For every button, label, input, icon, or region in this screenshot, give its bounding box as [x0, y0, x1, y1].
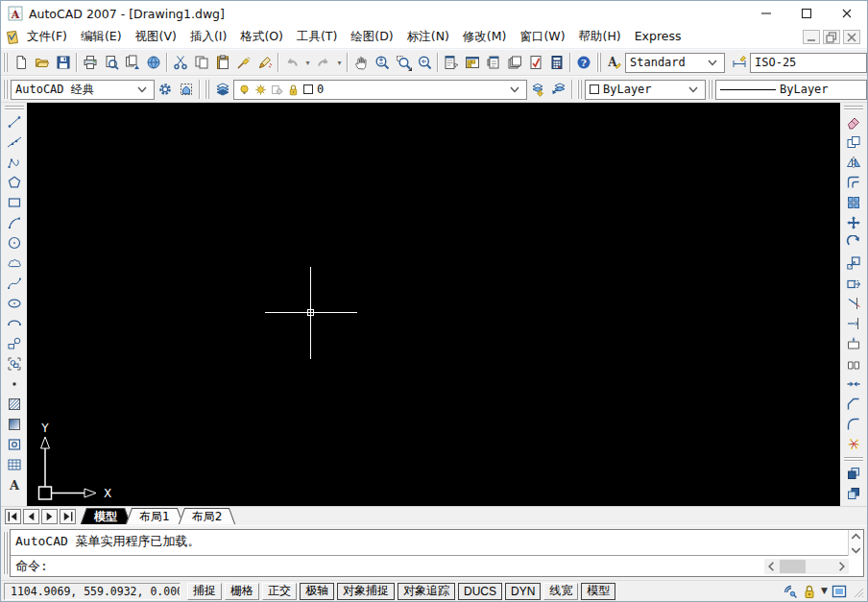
previous-tab-button[interactable] — [23, 509, 39, 524]
zoom-realtime-button[interactable] — [372, 52, 393, 73]
block-editor-button[interactable] — [254, 52, 276, 73]
extend-button[interactable] — [843, 313, 864, 333]
xline-button[interactable] — [4, 132, 25, 152]
command-horizontal-scrollbar[interactable] — [764, 559, 849, 574]
mdi-restore-button[interactable] — [823, 30, 840, 44]
status-dyn-button[interactable]: DYN — [505, 583, 541, 600]
command-vertical-scrollbar[interactable] — [848, 530, 863, 556]
ellipse-button[interactable] — [4, 293, 25, 313]
trim-button[interactable] — [843, 293, 864, 313]
clean-screen-icon[interactable] — [832, 584, 847, 599]
layer-previous-button[interactable] — [548, 79, 569, 100]
plot-button[interactable] — [80, 52, 101, 73]
to-front-button[interactable] — [843, 463, 864, 483]
status-ducs-button[interactable]: DUCS — [458, 583, 502, 600]
communication-center-icon[interactable] — [783, 584, 798, 599]
status-model-space-button[interactable]: 模型 — [581, 583, 615, 600]
etransmit-button[interactable] — [143, 52, 164, 73]
arc-button[interactable] — [4, 212, 25, 232]
dim-style-combo[interactable]: ISO-25 — [750, 53, 867, 73]
mdi-close-button[interactable] — [843, 30, 860, 44]
layer-properties-button[interactable] — [212, 79, 233, 100]
ellipse-arc-button[interactable] — [4, 313, 25, 333]
qcalc-button[interactable] — [546, 52, 567, 73]
erase-button[interactable] — [843, 111, 864, 132]
toolbar-grip[interactable] — [3, 80, 9, 99]
redo-flyout-button[interactable]: ▾ — [334, 52, 345, 73]
tab-model[interactable]: 模型 — [87, 508, 124, 524]
toolbar-grip[interactable] — [205, 80, 210, 99]
app-icon[interactable]: A — [8, 6, 23, 21]
menu-window[interactable]: 窗口(W) — [513, 29, 571, 45]
redo-button[interactable] — [313, 52, 334, 73]
menu-modify[interactable]: 修改(M) — [456, 29, 514, 45]
my-workspace-button[interactable] — [176, 79, 197, 100]
menu-insert[interactable]: 插入(I) — [183, 29, 233, 45]
plot-preview-button[interactable] — [101, 52, 122, 73]
copy-obj-button[interactable] — [843, 132, 864, 152]
toolbar-grip[interactable] — [5, 106, 24, 110]
paste-button[interactable] — [212, 52, 233, 73]
make-block-button[interactable] — [4, 353, 25, 373]
linetype-combo[interactable]: ByLayer — [715, 80, 867, 100]
status-polar-button[interactable]: 极轴 — [300, 583, 334, 600]
tab-layout2[interactable]: 布局2 — [185, 508, 229, 524]
scroll-down-button[interactable] — [849, 543, 863, 556]
designcenter-button[interactable] — [462, 52, 483, 73]
tab-layout1[interactable]: 布局1 — [133, 508, 177, 524]
command-window-grip[interactable] — [3, 532, 8, 574]
drawing-canvas[interactable]: Y X — [27, 103, 840, 506]
menu-help[interactable]: 帮助(H) — [572, 29, 628, 45]
insert-block-button[interactable] — [4, 333, 25, 353]
array-button[interactable] — [843, 192, 864, 212]
coordinates-display[interactable]: 1104.9069, 559.0932, 0.0000 — [4, 583, 181, 600]
text-style-button[interactable]: A — [604, 52, 625, 73]
save-button[interactable] — [53, 52, 74, 73]
toolbar-grip[interactable] — [596, 53, 602, 72]
command-history[interactable]: AutoCAD 菜单实用程序已加载。 — [11, 530, 848, 556]
gradient-button[interactable] — [4, 414, 25, 434]
move-button[interactable] — [843, 212, 864, 232]
status-otrack-button[interactable]: 对象追踪 — [398, 583, 455, 600]
fillet-button[interactable] — [843, 414, 864, 434]
scrollbar-thumb[interactable] — [780, 560, 806, 573]
status-menu-arrow[interactable]: ▼ — [821, 587, 828, 595]
layer-freeze-icon[interactable] — [254, 84, 267, 96]
break-button[interactable] — [843, 353, 864, 373]
sheetset-button[interactable] — [504, 52, 525, 73]
polyline-button[interactable] — [4, 152, 25, 172]
line-button[interactable] — [4, 111, 25, 132]
resize-grip[interactable] — [851, 585, 863, 597]
toolbar-grip[interactable] — [844, 457, 863, 462]
new-file-button[interactable] — [11, 52, 32, 73]
rotate-button[interactable] — [843, 232, 864, 253]
publish-button[interactable] — [122, 52, 143, 73]
mirror-button[interactable] — [843, 152, 864, 172]
region-button[interactable] — [4, 434, 25, 454]
menu-draw[interactable]: 绘图(D) — [344, 29, 399, 45]
scale-button[interactable] — [843, 253, 864, 273]
spline-button[interactable] — [4, 273, 25, 293]
stretch-button[interactable] — [843, 273, 864, 293]
pan-button[interactable] — [350, 52, 372, 73]
open-folder-button[interactable] — [32, 52, 53, 73]
zoom-window-button[interactable] — [393, 52, 414, 73]
undo-button[interactable] — [281, 52, 302, 73]
to-back-button[interactable] — [843, 483, 864, 503]
toolbar-grip[interactable] — [3, 53, 9, 72]
layer-combo[interactable]: 0 — [233, 80, 527, 100]
first-tab-button[interactable] — [5, 509, 21, 524]
last-tab-button[interactable] — [60, 509, 76, 524]
offset-button[interactable] — [843, 172, 864, 192]
hatch-button[interactable] — [4, 394, 25, 414]
circle-button[interactable] — [4, 232, 25, 253]
maximize-button[interactable] — [786, 1, 827, 26]
workspace-settings-button[interactable] — [155, 79, 176, 100]
mdi-minimize-button[interactable] — [803, 30, 820, 44]
menu-file[interactable]: 文件(F) — [20, 29, 74, 45]
status-snap-button[interactable]: 捕捉 — [187, 583, 222, 600]
scroll-up-button[interactable] — [849, 530, 863, 542]
join-button[interactable] — [843, 373, 864, 394]
polygon-button[interactable] — [4, 172, 25, 192]
status-ortho-button[interactable]: 正交 — [262, 583, 297, 600]
